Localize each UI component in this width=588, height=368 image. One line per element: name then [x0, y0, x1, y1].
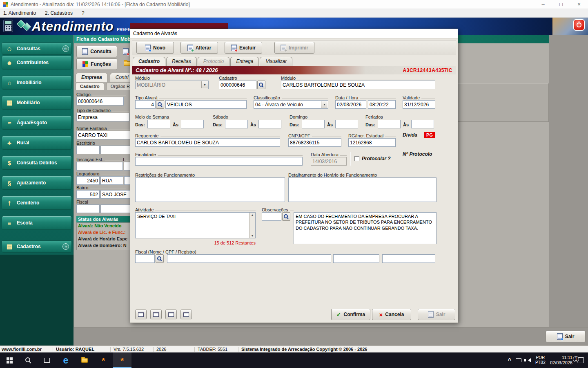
language-indicator[interactable]: POR PTB2	[535, 355, 546, 365]
task-view-button[interactable]	[38, 352, 56, 368]
logradouro-num-field[interactable]	[76, 176, 100, 185]
domingo-as-field[interactable]	[335, 120, 358, 128]
fiscal-nome-field[interactable]	[167, 254, 331, 263]
tab-entrega[interactable]: Entrega	[230, 57, 259, 66]
folder-icon[interactable]	[124, 61, 130, 66]
hidden-icons-chevron[interactable]: ^	[508, 357, 511, 364]
fiscal-search-button[interactable]	[156, 254, 164, 263]
atividade-textarea[interactable]: SERVIÇO DE TAXI	[135, 212, 256, 238]
taskbar-clock[interactable]: 11:11 02/03/2026	[550, 355, 572, 366]
scroll-down-icon[interactable]: ▼	[251, 234, 254, 237]
fiscal-cpf-field[interactable]	[333, 254, 379, 263]
scroll-up-icon[interactable]: ▲	[251, 213, 254, 216]
feriados-das-field[interactable]	[378, 120, 401, 128]
fiscal-registro-field[interactable]	[382, 254, 435, 263]
fiorilli-app-button-2[interactable]: *	[113, 352, 131, 368]
sidebar-item-escola[interactable]: ≡ Escola	[2, 216, 72, 230]
modulo2-field[interactable]	[281, 81, 435, 89]
tab-cadastro[interactable]: Cadastro	[76, 83, 104, 90]
scrollbar[interactable]: ▲ ▼	[249, 213, 255, 238]
file-explorer-button[interactable]	[75, 352, 94, 368]
logradouro-field[interactable]	[100, 176, 123, 185]
finalidade-field[interactable]	[135, 157, 303, 166]
cadastro-num-field[interactable]	[219, 81, 256, 89]
chevron-down-icon[interactable]: ▼	[321, 101, 327, 108]
bairro-num-field[interactable]	[76, 190, 100, 199]
data-field[interactable]	[335, 100, 366, 109]
partial-checklist-icon[interactable]	[123, 48, 129, 55]
funcoes-button[interactable]: Funções	[76, 58, 117, 70]
speaker-icon[interactable]	[526, 358, 531, 362]
alterar-button[interactable]: Alterar	[180, 42, 218, 54]
validade-field[interactable]	[403, 100, 435, 109]
maximize-button[interactable]: □	[552, 0, 570, 9]
imprimir-button[interactable]: Imprimir	[274, 42, 314, 54]
cancela-button[interactable]: × Cancela	[372, 309, 411, 320]
sabado-das-field[interactable]	[225, 120, 248, 128]
sidebar-item-ajuizamento[interactable]: § Ajuizamento	[2, 176, 72, 190]
dataset-nav-button-4[interactable]	[180, 310, 192, 319]
feriados-as-field[interactable]	[411, 120, 434, 128]
sidebar-item-imobiliario[interactable]: ⌂ Imobiliário	[2, 76, 72, 90]
observacoes-textarea[interactable]: EM CASO DO FECHAMENTO DA EMPRESA PROCURA…	[294, 212, 437, 244]
tab-protocolo[interactable]: Protocolo	[198, 57, 230, 66]
tipo-alvara-field[interactable]	[165, 100, 247, 109]
menu-atendimento[interactable]: 1. Atendimento	[3, 10, 36, 16]
codigo-field[interactable]	[76, 97, 124, 105]
sidebar-section-consultas[interactable]: ☺ Consultas «	[2, 43, 72, 55]
meio-as-field[interactable]	[181, 120, 204, 128]
restricoes-textarea[interactable]	[135, 177, 285, 202]
sidebar-item-rural[interactable]: ♣ Rural	[2, 136, 72, 150]
menu-help[interactable]: ?	[82, 10, 85, 16]
sidebar-item-contribuintes[interactable]: ☻ Contribuintes	[2, 56, 72, 70]
tipo-alvara-num-field[interactable]	[135, 100, 156, 109]
dataset-nav-button-2[interactable]	[150, 310, 162, 319]
protocolar-checkbox[interactable]	[354, 156, 359, 161]
chevron-down-icon[interactable]: ▼	[201, 81, 208, 88]
sidebar-item-cemiterio[interactable]: † Cemitério	[2, 196, 72, 210]
domingo-das-field[interactable]	[302, 120, 325, 128]
novo-button[interactable]: Novo	[136, 42, 174, 54]
minimize-button[interactable]: –	[534, 0, 552, 9]
start-button[interactable]	[0, 352, 19, 368]
detalhamento-textarea[interactable]	[288, 177, 437, 202]
taskbar-search-button[interactable]	[19, 352, 38, 368]
tab-visualizar[interactable]: Visualizar	[260, 57, 292, 66]
sidebar-item-mobiliario[interactable]: ▦ Mobiliário	[2, 96, 72, 110]
tab-receitas[interactable]: Receitas	[166, 57, 197, 66]
collapse-down-icon[interactable]: «	[62, 243, 69, 250]
collapse-up-icon[interactable]: «	[62, 45, 69, 52]
tab-cadastro-modal[interactable]: Cadastro	[133, 57, 165, 66]
tab-empresa[interactable]: Empresa	[76, 73, 108, 82]
fiorilli-app-button-1[interactable]: *	[94, 352, 113, 368]
close-button[interactable]: ×	[570, 0, 588, 9]
modal-sair-button[interactable]: Sair	[418, 309, 455, 320]
sidebar-item-agua-esgoto[interactable]: ≈ Água/Esgoto	[2, 116, 72, 130]
tipo-alvara-search-button[interactable]	[156, 100, 164, 109]
sidebar-item-consulta-debitos[interactable]: $ Consulta Débitos	[2, 156, 72, 170]
cadastro-search-button[interactable]	[257, 81, 265, 89]
edge-button[interactable]: e	[56, 352, 75, 368]
observacoes-search-button[interactable]	[282, 212, 290, 221]
fiscal-code-field[interactable]	[135, 254, 155, 263]
inscricao-field[interactable]	[76, 162, 123, 171]
network-icon[interactable]	[516, 358, 521, 362]
consulta-button[interactable]: Consulta	[76, 46, 117, 57]
fiscal-num-field[interactable]	[76, 204, 100, 213]
meio-das-field[interactable]	[147, 120, 170, 128]
requerente-field[interactable]	[135, 138, 280, 147]
rg-field[interactable]	[348, 138, 396, 147]
power-button[interactable]	[573, 19, 585, 31]
observacoes-code-field[interactable]	[262, 212, 281, 221]
action-center-icon[interactable]: 1	[577, 357, 584, 363]
confirma-button[interactable]: ✓ Confirma	[331, 309, 370, 320]
dataset-nav-button-3[interactable]	[165, 310, 177, 319]
data-abertura-field[interactable]	[311, 157, 347, 166]
cnpj-cpf-field[interactable]	[288, 138, 341, 147]
sidebar-section-cadastros[interactable]: ▤ Cadastros «	[2, 240, 72, 253]
menu-cadastros[interactable]: 2. Cadastros	[45, 10, 73, 16]
classificacao-select[interactable]: 04 - Álvara de Veiculo ▼	[254, 100, 328, 109]
sabado-as-field[interactable]	[258, 120, 281, 128]
hora-field[interactable]	[368, 100, 396, 109]
excluir-button[interactable]: Excluir	[225, 42, 262, 54]
